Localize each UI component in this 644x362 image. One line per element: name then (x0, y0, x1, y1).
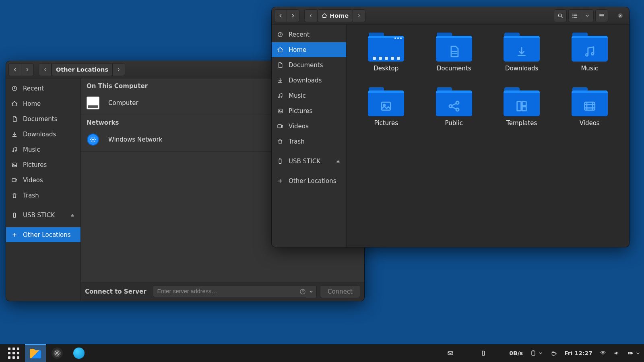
path-next-button[interactable] (112, 63, 125, 76)
server-history-dropdown[interactable] (306, 285, 317, 298)
svg-rect-13 (522, 102, 526, 106)
folder-videos[interactable]: Videos (561, 87, 619, 140)
hamburger-menu-button[interactable] (595, 9, 608, 22)
sidebar-item-downloads[interactable]: Downloads (272, 73, 346, 88)
sidebar-item-documents[interactable]: Documents (6, 111, 80, 126)
sidebar-item-label: Downloads (289, 77, 341, 84)
tray-wifi-icon[interactable] (600, 350, 606, 356)
sidebar-item-home[interactable]: Home (272, 42, 346, 57)
taskbar-files[interactable] (25, 344, 46, 362)
net-speed-indicator[interactable]: 0B/s (509, 350, 523, 356)
view-toggle-button[interactable] (568, 9, 581, 22)
sidebar-item-usb-stick[interactable]: USB STICK (6, 208, 80, 222)
sidebar-item-documents[interactable]: Documents (272, 58, 346, 72)
path-label: Home (330, 12, 349, 19)
close-window-button[interactable] (614, 9, 627, 22)
path-prev-button[interactable] (304, 9, 317, 22)
sidebar-item-recent[interactable]: Recent (6, 81, 80, 96)
path-next-button[interactable] (353, 9, 365, 22)
connect-label: Connect to Server (85, 288, 150, 295)
view-options-dropdown[interactable] (581, 9, 594, 22)
folder-documents[interactable]: Documents (425, 33, 483, 86)
folder-downloads[interactable]: Downloads (493, 33, 551, 86)
tray-volume-icon[interactable] (613, 350, 620, 356)
globe-icon (73, 348, 85, 359)
path-segment-home[interactable]: Home (317, 9, 353, 22)
sidebar-item-downloads[interactable]: Downloads (6, 127, 80, 142)
folder-icon-view[interactable]: DesktopDocumentsDownloadsMusicPicturesPu… (347, 25, 629, 247)
downloads-glyph-icon (504, 43, 540, 60)
svg-point-5 (586, 54, 588, 56)
search-button[interactable] (554, 9, 567, 22)
chevron-down-icon (635, 350, 641, 356)
taskbar-settings[interactable] (47, 344, 68, 362)
back-button[interactable] (8, 63, 21, 76)
videos-icon (11, 177, 18, 183)
close-icon (617, 12, 623, 19)
applications-button[interactable] (3, 344, 24, 362)
nav-back-forward-group (274, 9, 299, 22)
sidebar-item-pictures[interactable]: Pictures (272, 103, 346, 118)
recent-icon (11, 85, 18, 92)
sidebar-item-label: Videos (289, 123, 341, 130)
pictures-glyph-icon (368, 98, 404, 115)
pictures-icon (277, 108, 283, 114)
panel-clock[interactable]: Fri 12:27 (564, 350, 592, 356)
home-icon (322, 13, 327, 19)
sidebar-item-other-locations[interactable]: Other Locations (272, 173, 346, 188)
sidebar-item-videos[interactable]: Videos (272, 119, 346, 134)
taskbar-browser[interactable] (68, 344, 89, 362)
sidebar-separator (272, 169, 346, 173)
folder-label: Documents (437, 65, 471, 72)
tray-battery-icon[interactable] (627, 350, 641, 356)
folder-music[interactable]: Music (561, 33, 619, 86)
sidebar-item-label: Music (23, 146, 75, 153)
documents-icon (11, 116, 18, 122)
path-prev-button[interactable] (39, 63, 52, 76)
places-sidebar: RecentHomeDocumentsDownloadsMusicPicture… (272, 25, 347, 247)
music-icon (277, 93, 283, 99)
svg-rect-18 (483, 351, 485, 356)
sidebar-item-home[interactable]: Home (6, 96, 80, 111)
sidebar-item-label: USB STICK (289, 158, 330, 165)
list-view-icon (572, 12, 578, 19)
folder-label: Templates (506, 119, 537, 127)
trash-icon (277, 138, 283, 145)
sidebar-item-music[interactable]: Music (272, 88, 346, 103)
connect-button[interactable]: Connect (320, 285, 360, 298)
downloads-icon (11, 131, 18, 138)
svg-rect-22 (632, 353, 633, 354)
folder-templates[interactable]: Templates (493, 87, 551, 140)
sidebar-item-trash[interactable]: Trash (6, 188, 80, 203)
folder-label: Downloads (505, 65, 538, 72)
tray-caffeine-icon[interactable] (551, 350, 557, 356)
folder-label: Music (581, 65, 598, 72)
sidebar-item-pictures[interactable]: Pictures (6, 157, 80, 172)
forward-button[interactable] (21, 63, 34, 76)
back-button[interactable] (274, 9, 287, 22)
sidebar-item-usb-stick[interactable]: USB STICK (272, 154, 346, 169)
forward-button[interactable] (287, 9, 299, 22)
server-address-input[interactable] (153, 285, 311, 297)
folder-desktop[interactable]: Desktop (357, 33, 415, 86)
svg-point-3 (558, 14, 561, 17)
path-segment-other-locations[interactable]: Other Locations (52, 63, 113, 76)
tray-mail-icon[interactable] (447, 350, 454, 356)
sidebar-item-trash[interactable]: Trash (272, 134, 346, 149)
eject-icon[interactable] (70, 212, 75, 218)
tray-clipboard-icon[interactable] (530, 350, 543, 356)
sidebar-item-other-locations[interactable]: Other Locations (6, 227, 80, 242)
sidebar-item-label: Home (23, 100, 75, 107)
view-controls-group (568, 9, 594, 22)
system-tray: 0B/s Fri 12:27 (447, 350, 641, 356)
downloads-icon (277, 77, 283, 84)
folder-pictures[interactable]: Pictures (357, 87, 415, 140)
folder-public[interactable]: Public (425, 87, 483, 140)
sidebar-item-music[interactable]: Music (6, 142, 80, 157)
eject-icon[interactable] (335, 158, 341, 164)
folder-icon (436, 87, 472, 116)
public-glyph-icon (436, 98, 472, 115)
tray-usb-icon[interactable] (480, 350, 487, 356)
sidebar-item-videos[interactable]: Videos (6, 173, 80, 187)
sidebar-item-recent[interactable]: Recent (272, 27, 346, 42)
